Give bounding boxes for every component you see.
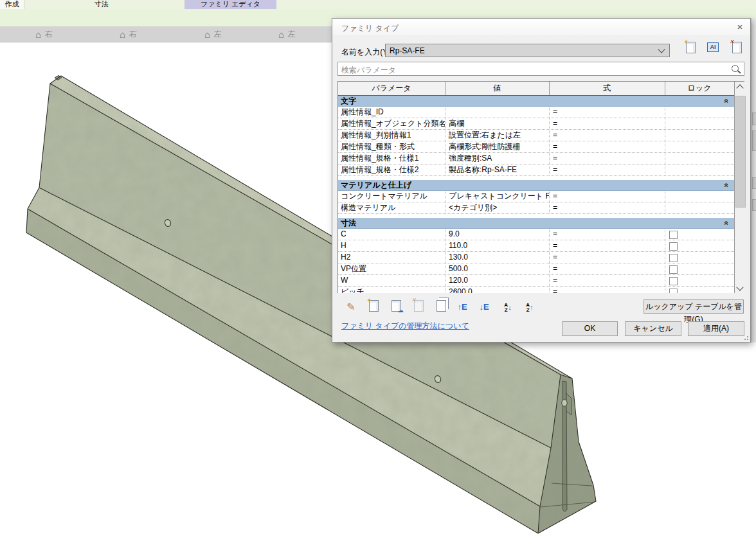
section-header[interactable]: マテリアルと仕上げ«	[338, 180, 734, 191]
table-row[interactable]: 構造マテリアル<カテゴリ別>=	[338, 202, 734, 214]
view-tab[interactable]: ⌂右	[120, 26, 137, 42]
type-name-combobox[interactable]: Rp-SA-FE	[385, 44, 670, 57]
param-value-cell[interactable]: 2600.0	[445, 287, 549, 293]
column-header-parameter[interactable]: パラメータ	[338, 82, 446, 95]
sort-descending-icon[interactable]: AZ↑	[522, 300, 537, 316]
table-row[interactable]: VP位置500.0=	[338, 263, 734, 275]
move-down-icon[interactable]: ↓E	[476, 300, 492, 316]
param-lock-cell[interactable]	[665, 165, 734, 175]
param-formula-cell[interactable]: =	[549, 202, 665, 213]
param-name-cell[interactable]: 属性情報_オブジェクト分類名	[338, 118, 445, 129]
param-name-cell[interactable]: ピッチ	[338, 287, 445, 293]
new-parameter-icon[interactable]: ✶	[366, 300, 381, 316]
param-formula-cell[interactable]: =	[549, 107, 665, 118]
apply-button[interactable]: 適用(A)	[688, 321, 744, 336]
param-name-cell[interactable]: 構造マテリアル	[338, 202, 445, 213]
collapse-section-icon[interactable]: «	[723, 221, 731, 226]
scrollbar-thumb[interactable]	[735, 96, 746, 208]
scroll-down-icon[interactable]	[735, 283, 745, 293]
param-name-cell[interactable]: H	[338, 240, 445, 251]
collapse-section-icon[interactable]: «	[723, 183, 731, 188]
param-lock-cell[interactable]	[665, 287, 734, 293]
table-row[interactable]: C9.0=	[338, 229, 734, 240]
table-row[interactable]: H2130.0=	[338, 252, 734, 263]
delete-type-icon[interactable]: ✕	[729, 42, 744, 57]
param-lock-cell[interactable]	[665, 153, 734, 164]
param-formula-cell[interactable]: =	[549, 229, 665, 240]
cancel-button[interactable]: キャンセル	[625, 321, 681, 336]
table-row[interactable]: 属性情報_オブジェクト分類名高欄=	[338, 118, 734, 130]
search-input[interactable]: 検索パラメータ	[338, 62, 744, 76]
duplicate-parameter-icon[interactable]	[433, 300, 449, 316]
param-lock-cell[interactable]	[665, 229, 734, 240]
param-lock-cell[interactable]	[665, 130, 734, 141]
table-row[interactable]: 属性情報_判別情報1設置位置:右または左=	[338, 130, 734, 141]
resize-grip[interactable]	[742, 334, 748, 340]
param-formula-cell[interactable]: =	[549, 240, 665, 251]
ok-button[interactable]: OK	[562, 321, 618, 336]
param-formula-cell[interactable]: =	[549, 141, 665, 152]
edit-pencil-icon[interactable]: ✎	[343, 300, 359, 316]
param-formula-cell[interactable]: =	[549, 287, 665, 293]
param-formula-cell[interactable]: =	[549, 263, 665, 274]
param-lock-cell[interactable]	[665, 191, 734, 202]
param-lock-cell[interactable]	[665, 240, 734, 251]
help-link[interactable]: ファミリ タイプの管理方法について	[341, 321, 469, 332]
lock-checkbox[interactable]	[669, 289, 678, 293]
param-name-cell[interactable]: 属性情報_種類・形式	[338, 141, 445, 152]
column-header-formula[interactable]: 式	[549, 82, 665, 95]
param-formula-cell[interactable]: =	[549, 275, 665, 286]
collapse-section-icon[interactable]: «	[723, 99, 731, 103]
param-lock-cell[interactable]	[665, 252, 734, 263]
lock-checkbox[interactable]	[669, 242, 678, 251]
param-name-cell[interactable]: H2	[338, 252, 445, 263]
param-name-cell[interactable]: 属性情報_判別情報1	[338, 130, 445, 141]
param-value-cell[interactable]	[445, 107, 549, 118]
lock-checkbox[interactable]	[669, 265, 678, 274]
param-value-cell[interactable]: 設置位置:右または左	[445, 130, 549, 141]
param-name-cell[interactable]: C	[338, 229, 445, 240]
param-lock-cell[interactable]	[665, 141, 734, 152]
param-lock-cell[interactable]	[665, 202, 734, 213]
param-value-cell[interactable]: 製品名称:Rp-SA-FE	[445, 165, 549, 175]
param-value-cell[interactable]: 9.0	[445, 229, 549, 240]
dialog-title-bar[interactable]: ファミリ タイプ ×	[332, 19, 750, 35]
param-value-cell[interactable]: プレキャストコンクリート Fc40	[445, 191, 549, 202]
param-formula-cell[interactable]: =	[549, 191, 665, 202]
param-value-cell[interactable]: 高欄	[445, 118, 549, 129]
section-header[interactable]: 寸法«	[338, 218, 734, 229]
param-value-cell[interactable]: 110.0	[445, 240, 549, 251]
param-lock-cell[interactable]	[665, 263, 734, 274]
param-formula-cell[interactable]: =	[549, 153, 665, 164]
edit-parameter-icon[interactable]: ☁	[388, 300, 404, 316]
manage-lookup-tables-button[interactable]: ルックアップ テーブルを管理(G)	[644, 299, 744, 314]
param-name-cell[interactable]: コンクリートマテリアル	[338, 191, 445, 202]
view-tab[interactable]: ⌂左	[278, 26, 296, 42]
table-row[interactable]: H110.0=	[338, 240, 734, 252]
tab-family-editor[interactable]: ファミリ エディタ	[184, 0, 276, 9]
view-tab[interactable]: ⌂左	[204, 26, 222, 42]
lock-checkbox[interactable]	[669, 254, 678, 262]
param-lock-cell[interactable]	[665, 275, 734, 286]
table-row[interactable]: 属性情報_ID=	[338, 107, 734, 118]
param-name-cell[interactable]: 属性情報_規格・仕様1	[338, 153, 445, 164]
rename-type-icon[interactable]: AI	[705, 42, 721, 57]
param-formula-cell[interactable]: =	[549, 130, 665, 141]
section-header[interactable]: 文字«	[338, 96, 734, 107]
lock-checkbox[interactable]	[669, 231, 678, 239]
close-icon[interactable]: ×	[734, 21, 746, 33]
param-lock-cell[interactable]	[665, 118, 734, 129]
table-row[interactable]: ピッチ2600.0=	[338, 287, 734, 293]
view-tab[interactable]: ⌂右	[35, 26, 53, 42]
tab-create[interactable]: 作成	[0, 0, 24, 9]
table-row[interactable]: コンクリートマテリアルプレキャストコンクリート Fc40=	[338, 191, 734, 202]
param-value-cell[interactable]: 高欄形式:剛性防護柵	[445, 141, 549, 152]
param-value-cell[interactable]: 500.0	[445, 263, 549, 274]
param-name-cell[interactable]: 属性情報_ID	[338, 107, 445, 118]
param-value-cell[interactable]: 120.0	[445, 275, 549, 286]
scroll-up-icon[interactable]	[735, 82, 745, 92]
move-up-icon[interactable]: ↑E	[455, 300, 470, 316]
param-value-cell[interactable]: 強度種別:SA	[445, 153, 549, 164]
param-value-cell[interactable]: 130.0	[445, 252, 549, 263]
column-header-value[interactable]: 値	[445, 82, 550, 95]
